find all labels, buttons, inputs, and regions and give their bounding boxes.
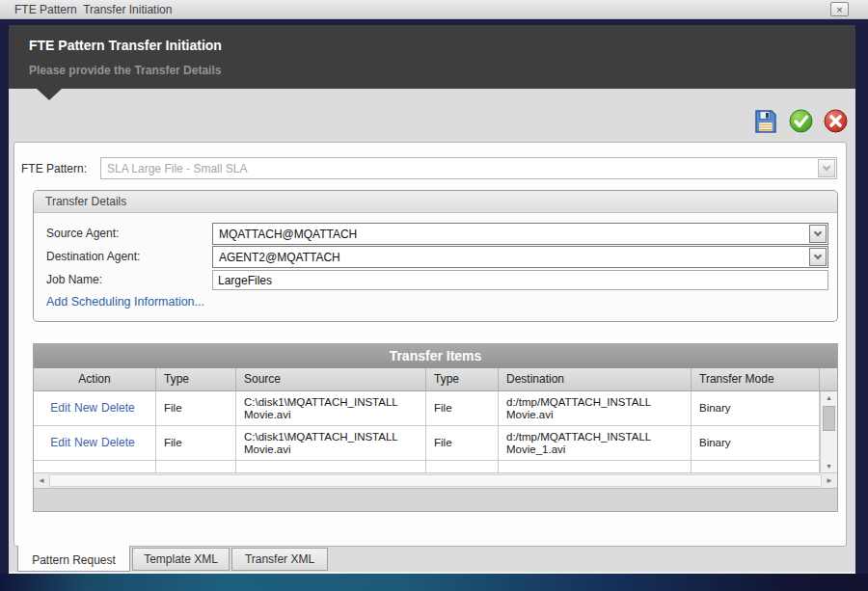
cell-dest-type: File xyxy=(426,391,499,425)
source-agent-dropdown-button[interactable] xyxy=(809,225,827,243)
fte-pattern-value: SLA Large File - Small SLA xyxy=(107,162,815,175)
source-agent-select[interactable]: MQATTACH@MQATTACH xyxy=(212,223,828,245)
destination-agent-label: Destination Agent: xyxy=(46,250,140,263)
table-row: C:\disk1\MQATTACH_INSTALL d:/tmp/MQATTAC… xyxy=(34,461,820,472)
pattern-request-panel: FTE Pattern: SLA Large File - Small SLA … xyxy=(14,142,847,547)
cell-mode xyxy=(692,461,820,472)
transfer-details-groupbox: Transfer Details Source Agent: MQATTACH@… xyxy=(33,190,838,322)
destination-agent-select[interactable]: AGENT2@MQATTACH xyxy=(212,246,828,268)
dialog-title: FTE Pattern Transfer Initiation xyxy=(29,38,222,53)
transfer-items-title: Transfer Items xyxy=(34,344,837,368)
vertical-scrollbar[interactable]: ▲ ▼ xyxy=(820,391,837,472)
fte-pattern-dropdown-button[interactable] xyxy=(818,159,835,177)
cell-type xyxy=(156,461,236,472)
column-header-transfer-mode: Transfer Mode xyxy=(692,368,820,390)
tab-pattern-request[interactable]: Pattern Request xyxy=(17,546,130,572)
job-name-input[interactable] xyxy=(212,270,828,290)
table-row: Edit New Delete File C:\disk1\MQATTACH_I… xyxy=(34,391,820,426)
close-icon: × xyxy=(836,4,842,15)
cell-source: C:\disk1\MQATTACH_INSTALL Movie.avi xyxy=(236,426,426,460)
destination-agent-value: AGENT2@MQATTACH xyxy=(219,251,806,264)
tab-transfer-xml[interactable]: Transfer XML xyxy=(231,548,328,571)
horizontal-scrollbar-thumb[interactable] xyxy=(49,474,822,487)
dialog-subtitle: Please provide the Transfer Details xyxy=(29,64,221,77)
cell-destination: d:/tmp/MQATTACH_INSTALL xyxy=(499,461,692,472)
save-icon xyxy=(753,122,778,137)
cell-mode: Binary xyxy=(692,426,820,460)
job-name-label: Job Name: xyxy=(46,273,102,286)
window-close-button[interactable]: × xyxy=(830,2,849,16)
transfer-items-table: Transfer Items Action Type Source Type D… xyxy=(33,343,838,512)
cell-source: C:\disk1\MQATTACH_INSTALL Movie.avi xyxy=(236,391,426,425)
table-footer-filler xyxy=(34,488,837,511)
table-row: Edit New Delete File C:\disk1\MQATTACH_I… xyxy=(34,426,820,461)
cell-type: File xyxy=(156,391,236,425)
column-header-destination: Destination xyxy=(499,368,692,390)
edit-link[interactable]: Edit xyxy=(50,402,70,415)
transfer-details-title: Transfer Details xyxy=(34,191,837,213)
fte-pattern-select[interactable]: SLA Large File - Small SLA xyxy=(100,157,837,179)
scroll-right-icon[interactable]: ► xyxy=(826,474,833,488)
destination-agent-dropdown-button[interactable] xyxy=(809,248,827,266)
window-footer-gradient xyxy=(0,574,868,591)
header-callout-pointer xyxy=(37,89,62,100)
new-link[interactable]: New xyxy=(74,437,97,449)
cell-destination: d:/tmp/MQATTACH_INSTALL Movie.avi xyxy=(499,391,692,425)
confirm-button[interactable] xyxy=(788,109,813,134)
cancel-icon xyxy=(824,121,848,136)
dialog-header: FTE Pattern Transfer Initiation Please p… xyxy=(9,25,855,89)
column-header-type: Type xyxy=(156,368,236,390)
scroll-left-icon[interactable]: ◄ xyxy=(38,474,45,488)
table-body: Edit New Delete File C:\disk1\MQATTACH_I… xyxy=(34,391,837,472)
app-window: FTE Pattern Transfer Initiation × FTE Pa… xyxy=(0,0,868,591)
delete-link[interactable]: Delete xyxy=(101,437,135,449)
column-header-source: Source xyxy=(236,368,426,390)
tab-template-xml[interactable]: Template XML xyxy=(132,548,230,571)
cell-dest-type xyxy=(426,461,499,472)
chevron-down-icon xyxy=(823,162,830,170)
confirm-icon xyxy=(789,121,813,136)
cell-dest-type: File xyxy=(426,426,499,460)
source-agent-value: MQATTACH@MQATTACH xyxy=(219,228,806,241)
window-titlebar: FTE Pattern Transfer Initiation × xyxy=(0,0,868,19)
table-header-row: Action Type Source Type Destination Tran… xyxy=(34,368,837,391)
column-header-dest-type: Type xyxy=(426,368,499,390)
window-title: FTE Pattern Transfer Initiation xyxy=(14,3,172,16)
horizontal-scrollbar[interactable]: ◄ ► xyxy=(34,472,837,488)
scrollbar-corner xyxy=(820,368,837,390)
cell-mode: Binary xyxy=(692,391,820,425)
fte-transfer-dialog: FTE Pattern Transfer Initiation Please p… xyxy=(9,25,855,574)
scroll-up-icon[interactable]: ▲ xyxy=(821,394,837,401)
cell-destination: d:/tmp/MQATTACH_INSTALL Movie_1.avi xyxy=(499,426,692,460)
edit-link[interactable]: Edit xyxy=(50,437,70,449)
vertical-scrollbar-thumb[interactable] xyxy=(823,406,835,431)
add-scheduling-link[interactable]: Add Scheduling Information... xyxy=(46,295,204,309)
delete-link[interactable]: Delete xyxy=(101,402,135,415)
dialog-toolbar xyxy=(753,109,848,134)
cell-source: C:\disk1\MQATTACH_INSTALL xyxy=(236,461,426,472)
chevron-down-icon xyxy=(814,228,822,235)
chevron-down-icon xyxy=(814,251,822,258)
cell-type: File xyxy=(156,426,236,460)
column-header-action: Action xyxy=(34,368,156,390)
source-agent-label: Source Agent: xyxy=(46,227,119,240)
new-link[interactable]: New xyxy=(74,402,97,415)
save-button[interactable] xyxy=(753,109,778,134)
cancel-button[interactable] xyxy=(823,109,848,134)
scroll-down-icon[interactable]: ▼ xyxy=(821,463,837,470)
fte-pattern-label: FTE Pattern: xyxy=(21,162,87,175)
